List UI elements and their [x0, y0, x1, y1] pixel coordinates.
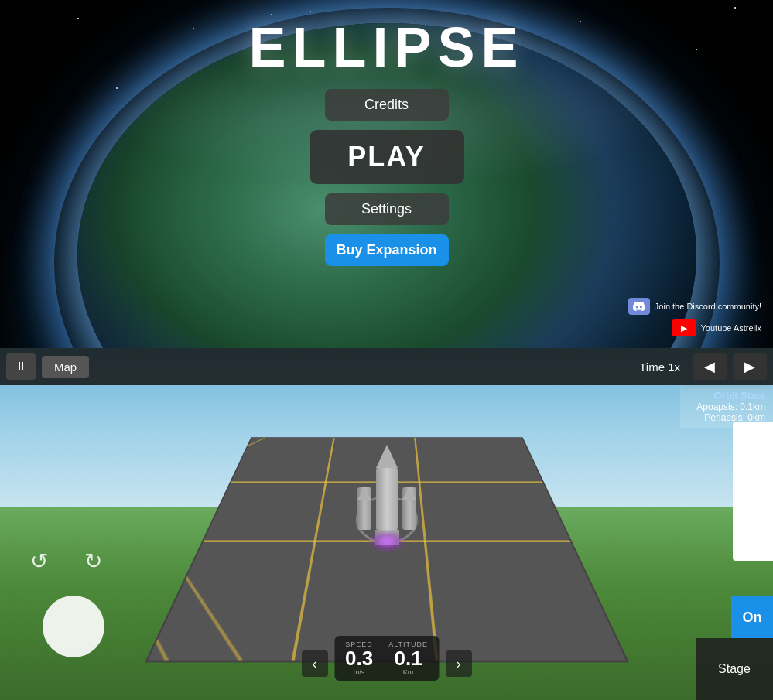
settings-button[interactable]: Settings [325, 193, 449, 225]
stage-button[interactable]: Stage [696, 638, 773, 700]
top-section: ELLIPSE Credits PLAY Settings Buy Expans… [0, 0, 773, 348]
time-forward-button[interactable]: ▶ [733, 353, 767, 380]
rocket-nose [376, 445, 398, 468]
pause-button[interactable]: ⏸ [6, 353, 36, 380]
arrow-right-button[interactable]: › [446, 650, 472, 677]
youtube-label: Youtube Astrellx [701, 323, 761, 333]
rotate-ccw-button[interactable]: ↺ [23, 545, 54, 576]
buy-expansion-button[interactable]: Buy Expansion [325, 234, 449, 266]
hud-stats: SPEED 0.3 m/s ALTITUDE 0.1 Km [334, 636, 439, 681]
side-boosters [357, 487, 416, 530]
credits-button[interactable]: Credits [325, 89, 449, 121]
time-back-button[interactable]: ◀ [693, 353, 727, 380]
rotate-cw-button[interactable]: ↻ [77, 545, 108, 576]
booster-left [357, 487, 371, 530]
bottom-section: ⏸ Map Time 1x ◀ ▶ Orbit Stats Apoapsis: … [0, 348, 773, 700]
rotate-controls: ↺ ↻ [23, 545, 108, 576]
apoapsis-value: Apoapsis: 0.1km [688, 401, 765, 412]
altitude-value: 0.1 [388, 648, 428, 668]
toolbar: ⏸ Map Time 1x ◀ ▶ [0, 348, 773, 385]
orbit-stats-title: Orbit Stats [688, 390, 765, 401]
game-title: ELLIPSE [248, 15, 524, 79]
youtube-badge[interactable]: ▶ Youtube Astrellx [672, 319, 761, 336]
altitude-display: ALTITUDE 0.1 Km [388, 640, 428, 676]
speed-display: SPEED 0.3 m/s [345, 640, 373, 676]
discord-label: Join the Discord community! [655, 302, 761, 311]
booster-left-nose [357, 487, 371, 500]
on-button[interactable]: On [731, 596, 773, 638]
arrow-left-button[interactable]: ‹ [302, 650, 328, 677]
speed-value: 0.3 [345, 648, 373, 668]
booster-right [402, 487, 416, 530]
play-button[interactable]: PLAY [310, 130, 464, 184]
map-button[interactable]: Map [42, 356, 89, 378]
discord-icon [628, 298, 650, 315]
right-scroll-panel[interactable] [733, 422, 773, 561]
booster-right-nose [402, 487, 416, 500]
rocket-container [375, 445, 399, 545]
menu-buttons-container: Credits PLAY Settings Buy Expansion [310, 89, 464, 266]
youtube-icon: ▶ [672, 319, 696, 336]
social-badges: Join the Discord community! ▶ Youtube As… [628, 298, 761, 336]
joystick[interactable] [43, 596, 104, 657]
time-display: Time 1x [639, 360, 680, 374]
exhaust-visual [368, 530, 406, 553]
discord-badge[interactable]: Join the Discord community! [628, 298, 761, 315]
